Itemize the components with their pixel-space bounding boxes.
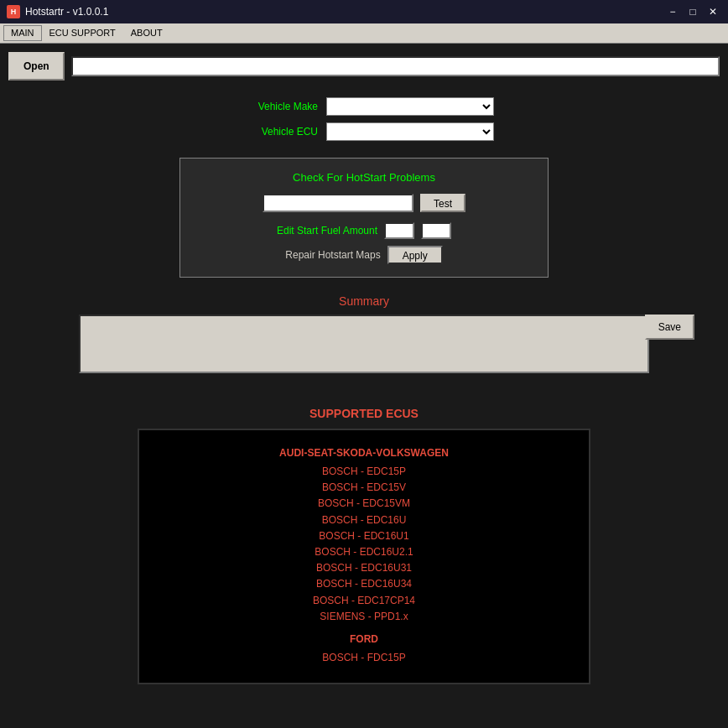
ecu-box: AUDI-SEAT-SKODA-VOLKSWAGEN BOSCH - EDC15…: [138, 429, 590, 684]
open-button[interactable]: Open: [8, 52, 65, 81]
menu-item-main[interactable]: MAIN: [3, 25, 42, 41]
check-input[interactable]: [263, 194, 413, 212]
ecu-item: BOSCH - EDC16U1: [156, 528, 572, 544]
ecu-item: BOSCH - EDC15VM: [156, 496, 572, 512]
ecu-item: BOSCH - EDC17CP14: [156, 593, 572, 609]
ecu-item: BOSCH - EDC15V: [156, 480, 572, 496]
maximize-button[interactable]: □: [684, 5, 701, 18]
vehicle-make-row: Vehicle Make: [234, 97, 494, 116]
fuel-input-1[interactable]: [384, 222, 414, 239]
supported-ecus-title: SUPPORTED ECUS: [17, 407, 711, 420]
fuel-input-2[interactable]: [421, 222, 451, 239]
ecu-item: SIEMENS - PPD1.x: [156, 609, 572, 625]
ecu-item: BOSCH - EDC16U: [156, 512, 572, 528]
summary-title: Summary: [8, 294, 720, 308]
vehicle-make-label: Vehicle Make: [234, 101, 318, 112]
hotstart-group-box: Check For HotStart Problems Test Edit St…: [179, 158, 549, 278]
check-row: Test: [197, 194, 531, 212]
ecu-item: BOSCH - EDC16U2.1: [156, 544, 572, 560]
vehicle-make-select[interactable]: [326, 97, 494, 116]
ecu-item: BOSCH - EDC16U31: [156, 560, 572, 576]
ecu-item: BOSCH - EDC16U34: [156, 576, 572, 592]
window-title: Hotstartr - v1.0.0.1: [25, 6, 108, 18]
ecu-item: BOSCH - FDC15P: [156, 650, 572, 666]
test-button[interactable]: Test: [420, 194, 465, 212]
vehicle-ecu-row: Vehicle ECU: [234, 122, 494, 141]
edit-fuel-row: Edit Start Fuel Amount: [197, 222, 531, 239]
menu-item-ecu-support[interactable]: ECU SUPPORT: [42, 25, 123, 41]
summary-section: Summary Save: [8, 294, 720, 373]
hotstart-title: Check For HotStart Problems: [197, 171, 531, 184]
top-row: Open: [8, 52, 720, 81]
vehicle-ecu-select[interactable]: [326, 122, 494, 141]
app-icon: H: [7, 5, 20, 18]
supported-ecus-section: SUPPORTED ECUS AUDI-SEAT-SKODA-VOLKSWAGE…: [8, 398, 720, 693]
ecu-item: BOSCH - EDC15P: [156, 464, 572, 480]
edit-fuel-label: Edit Start Fuel Amount: [277, 225, 377, 237]
ecu-group-title-audi: AUDI-SEAT-SKODA-VOLKSWAGEN: [156, 447, 572, 459]
title-bar-controls: − □ ✕: [664, 5, 721, 18]
menu-bar: MAIN ECU SUPPORT ABOUT: [0, 23, 728, 44]
summary-box: [79, 315, 649, 373]
save-button[interactable]: Save: [645, 315, 694, 340]
minimize-button[interactable]: −: [664, 5, 681, 18]
repair-label: Repair Hotstart Maps: [285, 249, 380, 261]
vehicle-area: Vehicle Make Vehicle ECU: [8, 97, 720, 141]
vehicle-ecu-label: Vehicle ECU: [234, 126, 318, 138]
title-bar-left: H Hotstartr - v1.0.0.1: [7, 5, 108, 18]
main-window: Open Vehicle Make Vehicle ECU Check For …: [0, 44, 728, 728]
title-bar: H Hotstartr - v1.0.0.1 − □ ✕: [0, 0, 728, 23]
close-button[interactable]: ✕: [705, 5, 721, 18]
ecu-group-title-ford: FORD: [156, 633, 572, 645]
apply-button[interactable]: Apply: [387, 246, 443, 264]
repair-row: Repair Hotstart Maps Apply: [197, 246, 531, 264]
file-path-input[interactable]: [71, 56, 720, 76]
menu-item-about[interactable]: ABOUT: [123, 25, 170, 41]
